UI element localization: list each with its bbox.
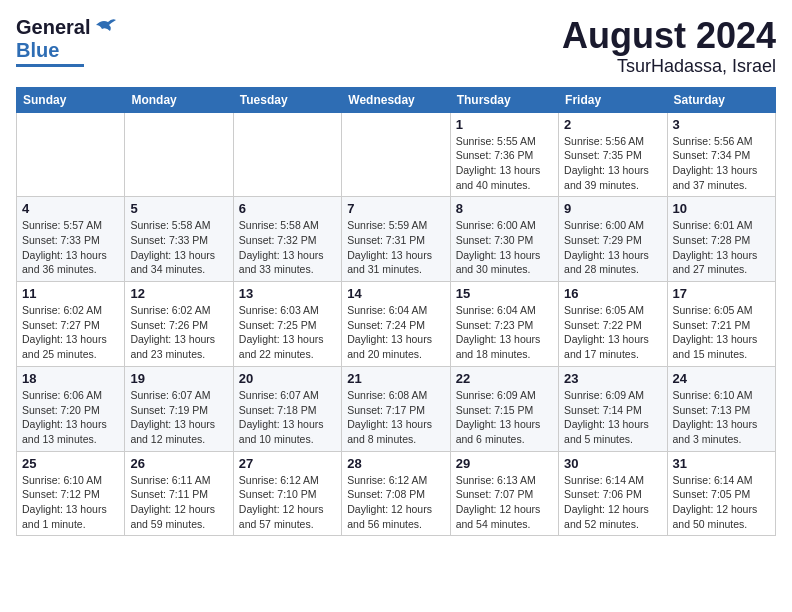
day-number: 11 bbox=[22, 286, 119, 301]
calendar-location: TsurHadassa, Israel bbox=[562, 56, 776, 77]
day-info: Sunrise: 6:02 AM Sunset: 7:27 PM Dayligh… bbox=[22, 303, 119, 362]
calendar-cell: 25Sunrise: 6:10 AM Sunset: 7:12 PM Dayli… bbox=[17, 451, 125, 536]
calendar-cell: 24Sunrise: 6:10 AM Sunset: 7:13 PM Dayli… bbox=[667, 366, 775, 451]
day-header-saturday: Saturday bbox=[667, 87, 775, 112]
calendar-cell: 2Sunrise: 5:56 AM Sunset: 7:35 PM Daylig… bbox=[559, 112, 667, 197]
calendar-cell: 29Sunrise: 6:13 AM Sunset: 7:07 PM Dayli… bbox=[450, 451, 558, 536]
calendar-cell: 7Sunrise: 5:59 AM Sunset: 7:31 PM Daylig… bbox=[342, 197, 450, 282]
calendar-cell: 4Sunrise: 5:57 AM Sunset: 7:33 PM Daylig… bbox=[17, 197, 125, 282]
calendar-cell: 3Sunrise: 5:56 AM Sunset: 7:34 PM Daylig… bbox=[667, 112, 775, 197]
day-info: Sunrise: 6:03 AM Sunset: 7:25 PM Dayligh… bbox=[239, 303, 336, 362]
day-info: Sunrise: 6:00 AM Sunset: 7:30 PM Dayligh… bbox=[456, 218, 553, 277]
day-info: Sunrise: 6:00 AM Sunset: 7:29 PM Dayligh… bbox=[564, 218, 661, 277]
calendar-cell: 1Sunrise: 5:55 AM Sunset: 7:36 PM Daylig… bbox=[450, 112, 558, 197]
day-number: 6 bbox=[239, 201, 336, 216]
calendar-week-1: 1Sunrise: 5:55 AM Sunset: 7:36 PM Daylig… bbox=[17, 112, 776, 197]
day-info: Sunrise: 6:04 AM Sunset: 7:23 PM Dayligh… bbox=[456, 303, 553, 362]
calendar-header-row: SundayMondayTuesdayWednesdayThursdayFrid… bbox=[17, 87, 776, 112]
day-number: 4 bbox=[22, 201, 119, 216]
day-number: 1 bbox=[456, 117, 553, 132]
logo: General Blue bbox=[16, 16, 116, 67]
day-number: 30 bbox=[564, 456, 661, 471]
calendar-table: SundayMondayTuesdayWednesdayThursdayFrid… bbox=[16, 87, 776, 537]
day-info: Sunrise: 6:05 AM Sunset: 7:21 PM Dayligh… bbox=[673, 303, 770, 362]
day-info: Sunrise: 6:06 AM Sunset: 7:20 PM Dayligh… bbox=[22, 388, 119, 447]
calendar-cell: 16Sunrise: 6:05 AM Sunset: 7:22 PM Dayli… bbox=[559, 282, 667, 367]
day-info: Sunrise: 6:07 AM Sunset: 7:19 PM Dayligh… bbox=[130, 388, 227, 447]
calendar-cell: 20Sunrise: 6:07 AM Sunset: 7:18 PM Dayli… bbox=[233, 366, 341, 451]
day-info: Sunrise: 6:14 AM Sunset: 7:05 PM Dayligh… bbox=[673, 473, 770, 532]
calendar-cell: 22Sunrise: 6:09 AM Sunset: 7:15 PM Dayli… bbox=[450, 366, 558, 451]
calendar-cell bbox=[233, 112, 341, 197]
calendar-cell: 6Sunrise: 5:58 AM Sunset: 7:32 PM Daylig… bbox=[233, 197, 341, 282]
calendar-cell: 11Sunrise: 6:02 AM Sunset: 7:27 PM Dayli… bbox=[17, 282, 125, 367]
calendar-cell: 28Sunrise: 6:12 AM Sunset: 7:08 PM Dayli… bbox=[342, 451, 450, 536]
day-info: Sunrise: 6:07 AM Sunset: 7:18 PM Dayligh… bbox=[239, 388, 336, 447]
day-info: Sunrise: 6:12 AM Sunset: 7:10 PM Dayligh… bbox=[239, 473, 336, 532]
title-block: August 2024 TsurHadassa, Israel bbox=[562, 16, 776, 77]
day-number: 27 bbox=[239, 456, 336, 471]
day-info: Sunrise: 6:04 AM Sunset: 7:24 PM Dayligh… bbox=[347, 303, 444, 362]
day-header-sunday: Sunday bbox=[17, 87, 125, 112]
calendar-cell: 21Sunrise: 6:08 AM Sunset: 7:17 PM Dayli… bbox=[342, 366, 450, 451]
day-number: 23 bbox=[564, 371, 661, 386]
day-header-thursday: Thursday bbox=[450, 87, 558, 112]
day-number: 16 bbox=[564, 286, 661, 301]
day-number: 15 bbox=[456, 286, 553, 301]
calendar-cell: 30Sunrise: 6:14 AM Sunset: 7:06 PM Dayli… bbox=[559, 451, 667, 536]
calendar-cell: 17Sunrise: 6:05 AM Sunset: 7:21 PM Dayli… bbox=[667, 282, 775, 367]
calendar-cell bbox=[17, 112, 125, 197]
day-info: Sunrise: 6:02 AM Sunset: 7:26 PM Dayligh… bbox=[130, 303, 227, 362]
logo-underline bbox=[16, 64, 84, 67]
calendar-cell: 19Sunrise: 6:07 AM Sunset: 7:19 PM Dayli… bbox=[125, 366, 233, 451]
calendar-cell bbox=[342, 112, 450, 197]
day-number: 12 bbox=[130, 286, 227, 301]
day-info: Sunrise: 6:08 AM Sunset: 7:17 PM Dayligh… bbox=[347, 388, 444, 447]
day-number: 20 bbox=[239, 371, 336, 386]
day-info: Sunrise: 6:09 AM Sunset: 7:15 PM Dayligh… bbox=[456, 388, 553, 447]
calendar-week-5: 25Sunrise: 6:10 AM Sunset: 7:12 PM Dayli… bbox=[17, 451, 776, 536]
day-info: Sunrise: 5:56 AM Sunset: 7:35 PM Dayligh… bbox=[564, 134, 661, 193]
calendar-cell: 31Sunrise: 6:14 AM Sunset: 7:05 PM Dayli… bbox=[667, 451, 775, 536]
day-info: Sunrise: 6:05 AM Sunset: 7:22 PM Dayligh… bbox=[564, 303, 661, 362]
day-number: 17 bbox=[673, 286, 770, 301]
calendar-week-2: 4Sunrise: 5:57 AM Sunset: 7:33 PM Daylig… bbox=[17, 197, 776, 282]
day-number: 25 bbox=[22, 456, 119, 471]
day-info: Sunrise: 5:55 AM Sunset: 7:36 PM Dayligh… bbox=[456, 134, 553, 193]
day-info: Sunrise: 5:58 AM Sunset: 7:33 PM Dayligh… bbox=[130, 218, 227, 277]
day-number: 19 bbox=[130, 371, 227, 386]
bird-icon bbox=[94, 17, 116, 35]
calendar-cell: 18Sunrise: 6:06 AM Sunset: 7:20 PM Dayli… bbox=[17, 366, 125, 451]
day-info: Sunrise: 6:10 AM Sunset: 7:13 PM Dayligh… bbox=[673, 388, 770, 447]
calendar-cell bbox=[125, 112, 233, 197]
day-header-tuesday: Tuesday bbox=[233, 87, 341, 112]
day-info: Sunrise: 6:09 AM Sunset: 7:14 PM Dayligh… bbox=[564, 388, 661, 447]
day-header-monday: Monday bbox=[125, 87, 233, 112]
calendar-week-3: 11Sunrise: 6:02 AM Sunset: 7:27 PM Dayli… bbox=[17, 282, 776, 367]
day-number: 18 bbox=[22, 371, 119, 386]
day-number: 28 bbox=[347, 456, 444, 471]
day-number: 9 bbox=[564, 201, 661, 216]
day-number: 10 bbox=[673, 201, 770, 216]
calendar-cell: 23Sunrise: 6:09 AM Sunset: 7:14 PM Dayli… bbox=[559, 366, 667, 451]
day-number: 22 bbox=[456, 371, 553, 386]
day-number: 21 bbox=[347, 371, 444, 386]
logo-blue-text: Blue bbox=[16, 39, 59, 62]
calendar-cell: 12Sunrise: 6:02 AM Sunset: 7:26 PM Dayli… bbox=[125, 282, 233, 367]
day-info: Sunrise: 6:10 AM Sunset: 7:12 PM Dayligh… bbox=[22, 473, 119, 532]
calendar-title: August 2024 bbox=[562, 16, 776, 56]
day-number: 29 bbox=[456, 456, 553, 471]
logo-general-text: General bbox=[16, 16, 90, 39]
page-header: General Blue August 2024 TsurHadassa, Is… bbox=[16, 16, 776, 77]
day-number: 3 bbox=[673, 117, 770, 132]
calendar-cell: 8Sunrise: 6:00 AM Sunset: 7:30 PM Daylig… bbox=[450, 197, 558, 282]
day-info: Sunrise: 5:58 AM Sunset: 7:32 PM Dayligh… bbox=[239, 218, 336, 277]
day-info: Sunrise: 5:56 AM Sunset: 7:34 PM Dayligh… bbox=[673, 134, 770, 193]
day-number: 14 bbox=[347, 286, 444, 301]
day-number: 26 bbox=[130, 456, 227, 471]
day-header-wednesday: Wednesday bbox=[342, 87, 450, 112]
day-info: Sunrise: 5:59 AM Sunset: 7:31 PM Dayligh… bbox=[347, 218, 444, 277]
calendar-cell: 13Sunrise: 6:03 AM Sunset: 7:25 PM Dayli… bbox=[233, 282, 341, 367]
calendar-cell: 5Sunrise: 5:58 AM Sunset: 7:33 PM Daylig… bbox=[125, 197, 233, 282]
calendar-cell: 10Sunrise: 6:01 AM Sunset: 7:28 PM Dayli… bbox=[667, 197, 775, 282]
